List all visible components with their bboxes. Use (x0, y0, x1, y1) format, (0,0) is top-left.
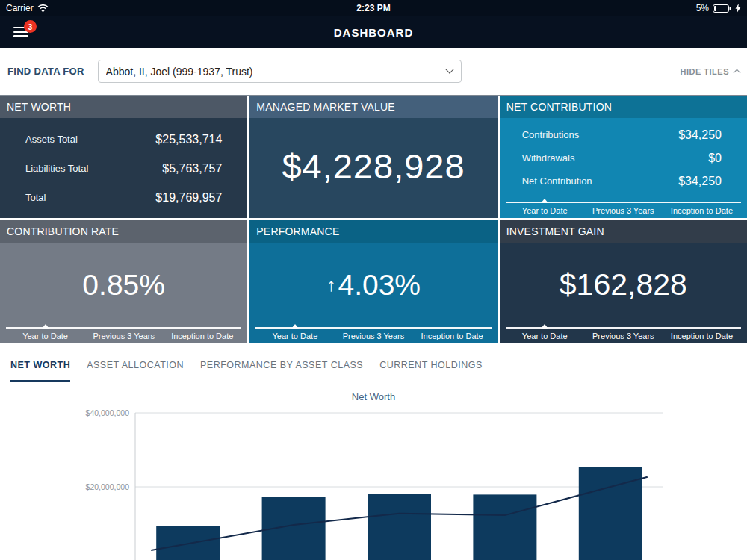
tab-performance-by-asset-class[interactable]: PERFORMANCE BY ASSET CLASS (200, 349, 363, 382)
chevron-up-icon (734, 69, 741, 76)
row-label: Net Contribution (522, 175, 592, 187)
period-inception-to-date[interactable]: Inception to Date (413, 332, 492, 340)
client-select[interactable]: Abbot, II, Joel (999-1937, Trust) (98, 60, 462, 83)
tab-net-worth[interactable]: NET WORTH (10, 349, 70, 382)
tile-investment-gain: INVESTMENT GAIN $162,828 Year to Date Pr… (500, 220, 747, 343)
svg-text:$20,000,000: $20,000,000 (86, 482, 130, 491)
row-value: $19,769,957 (155, 191, 222, 205)
period-year-to-date[interactable]: Year to Date (506, 206, 584, 215)
net-worth-row: Liabilities Total $5,763,757 (25, 154, 222, 183)
status-left: Carrier (6, 3, 49, 13)
client-select-wrap: Abbot, II, Joel (999-1937, Trust) (98, 60, 462, 83)
status-right: 5% (696, 3, 741, 13)
performance-value-wrap: ↑ 4.03% (249, 243, 497, 327)
tiles-grid: NET WORTH Assets Total $25,533,714 Liabi… (0, 96, 747, 343)
net-contribution-row: Withdrawals $0 (522, 146, 722, 169)
wifi-icon (37, 4, 49, 13)
row-label: Total (25, 192, 46, 203)
row-value: $25,533,714 (155, 133, 222, 146)
period-previous-3-years[interactable]: Previous 3 Years (334, 332, 412, 340)
period-inception-to-date[interactable]: Inception to Date (163, 332, 241, 340)
carrier-label: Carrier (6, 3, 34, 13)
period-row: Year to Date Previous 3 Years Inception … (6, 327, 241, 340)
selected-period-marker (541, 199, 548, 203)
selected-period-marker (42, 324, 49, 329)
battery-percent: 5% (696, 3, 709, 13)
period-row: Year to Date Previous 3 Years Inception … (506, 202, 741, 215)
net-worth-rows: Assets Total $25,533,714 Liabilities Tot… (0, 118, 247, 212)
charging-bolt-icon (735, 4, 741, 13)
tile-contribution-rate: CONTRIBUTION RATE 0.85% Year to Date Pre… (0, 220, 247, 343)
period-row: Year to Date Previous 3 Years Inception … (506, 327, 741, 340)
tile-net-worth-title: NET WORTH (0, 96, 247, 118)
period-row: Year to Date Previous 3 Years Inception … (255, 327, 491, 340)
tile-managed-market-value: MANAGED MARKET VALUE $4,228,928 (249, 96, 497, 218)
period-selector: Year to Date Previous 3 Years Inception … (500, 202, 747, 218)
period-selector: Year to Date Previous 3 Years Inception … (249, 327, 497, 343)
managed-market-value: $4,228,928 (249, 118, 497, 218)
net-contribution-row: Contributions $34,250 (522, 123, 722, 146)
row-value: $5,763,757 (162, 162, 222, 175)
investment-gain-value: $162,828 (500, 243, 747, 327)
chart-title: Net Worth (0, 382, 747, 407)
battery-icon (713, 4, 731, 13)
row-label: Liabilities Total (25, 163, 88, 174)
notification-badge: 3 (24, 20, 37, 33)
row-value: $0 (708, 152, 722, 165)
period-year-to-date[interactable]: Year to Date (506, 332, 584, 340)
dashboard-screen: Carrier 2:23 PM 5% 3 DASHBOARD (0, 0, 747, 560)
period-year-to-date[interactable]: Year to Date (6, 332, 84, 340)
net-worth-row: Total $19,769,957 (25, 183, 222, 212)
tile-investment-gain-title: INVESTMENT GAIN (500, 220, 747, 243)
period-previous-3-years[interactable]: Previous 3 Years (84, 332, 163, 340)
status-bar: Carrier 2:23 PM 5% (0, 0, 747, 16)
page-title: DASHBOARD (334, 26, 414, 39)
tab-asset-allocation[interactable]: ASSET ALLOCATION (87, 349, 184, 382)
tile-net-worth: NET WORTH Assets Total $25,533,714 Liabi… (0, 96, 247, 218)
find-data-bar: FIND DATA FOR Abbot, II, Joel (999-1937,… (0, 48, 747, 96)
row-value: $34,250 (678, 175, 722, 188)
arrow-up-icon: ↑ (326, 274, 336, 296)
svg-text:$40,000,000: $40,000,000 (86, 408, 130, 417)
net-contribution-rows: Contributions $34,250 Withdrawals $0 Net… (500, 118, 747, 193)
selected-period-marker (291, 324, 299, 329)
tile-net-contribution: NET CONTRIBUTION Contributions $34,250 W… (500, 96, 747, 218)
find-data-label: FIND DATA FOR (7, 66, 84, 77)
row-label: Contributions (522, 129, 580, 140)
selected-period-marker (541, 324, 548, 329)
tab-current-holdings[interactable]: CURRENT HOLDINGS (379, 349, 483, 382)
net-contribution-row: Net Contribution $34,250 (522, 169, 722, 193)
period-year-to-date[interactable]: Year to Date (255, 332, 334, 340)
performance-value: 4.03% (338, 269, 421, 302)
clock: 2:23 PM (0, 3, 747, 13)
hamburger-menu-button[interactable]: 3 (13, 27, 30, 39)
tile-managed-market-value-title: MANAGED MARKET VALUE (249, 96, 497, 118)
net-worth-chart-section: Net Worth $40,000,000$20,000,000 (0, 382, 747, 560)
contribution-rate-value: 0.85% (0, 243, 247, 327)
row-value: $34,250 (678, 128, 722, 142)
hide-tiles-button[interactable]: HIDE TILES (680, 67, 740, 76)
period-inception-to-date[interactable]: Inception to Date (663, 206, 741, 215)
period-previous-3-years[interactable]: Previous 3 Years (584, 206, 663, 215)
nav-bar: 3 DASHBOARD (0, 16, 747, 48)
tile-contribution-rate-title: CONTRIBUTION RATE (0, 220, 247, 243)
section-tabs: NET WORTH ASSET ALLOCATION PERFORMANCE B… (0, 349, 747, 382)
row-label: Withdrawals (522, 152, 575, 164)
net-worth-bar-chart: $40,000,000$20,000,000 (0, 407, 747, 560)
tile-performance: PERFORMANCE ↑ 4.03% Year to Date Previou… (249, 220, 497, 343)
period-selector: Year to Date Previous 3 Years Inception … (500, 327, 747, 343)
row-label: Assets Total (25, 134, 78, 145)
hide-tiles-label: HIDE TILES (680, 67, 729, 76)
period-selector: Year to Date Previous 3 Years Inception … (0, 327, 247, 343)
net-worth-row: Assets Total $25,533,714 (25, 125, 222, 154)
period-previous-3-years[interactable]: Previous 3 Years (584, 332, 663, 340)
tile-performance-title: PERFORMANCE (249, 220, 497, 243)
tile-net-contribution-title: NET CONTRIBUTION (500, 96, 747, 118)
period-inception-to-date[interactable]: Inception to Date (663, 332, 741, 340)
